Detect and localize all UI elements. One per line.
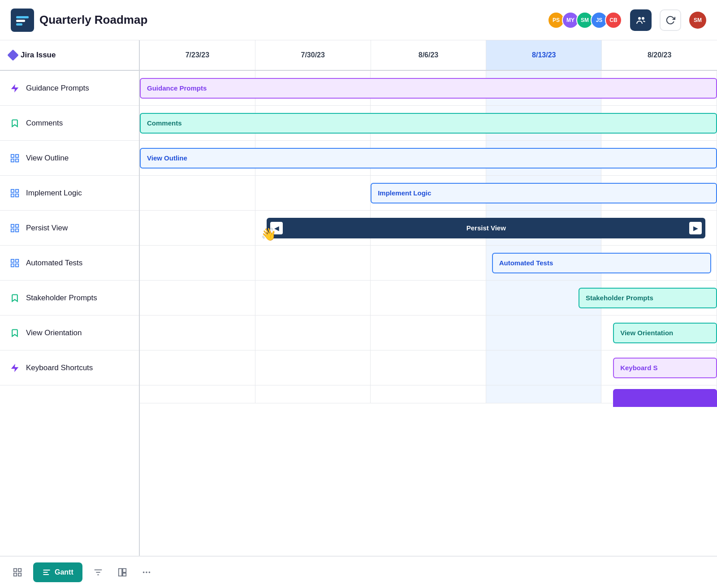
bar-view-orientation[interactable]: View Orientation	[613, 323, 717, 343]
svg-rect-17	[16, 229, 18, 231]
svg-marker-22	[11, 363, 19, 372]
bar-persist-left-arrow[interactable]: ◀	[270, 222, 283, 234]
svg-marker-5	[11, 84, 19, 92]
svg-rect-0	[16, 16, 29, 18]
cell-viewor-1	[140, 316, 255, 350]
bar-keyboard[interactable]: Keyboard S	[613, 358, 717, 378]
week-col-1: 7/23/23	[140, 40, 255, 70]
bar-automated-label: Automated Tests	[499, 259, 553, 267]
sidebar-item-implement[interactable]: Implement Logic	[0, 176, 139, 211]
cell-viewor-3	[371, 316, 486, 350]
svg-rect-34	[123, 569, 126, 572]
team-button[interactable]	[630, 9, 652, 31]
sidebar-label-comments: Comments	[26, 119, 63, 128]
svg-rect-33	[119, 569, 122, 576]
svg-rect-21	[16, 264, 18, 266]
gantt-row-implement: Implement Logic	[140, 176, 717, 211]
svg-rect-7	[16, 154, 18, 157]
svg-rect-9	[16, 159, 18, 161]
gantt-row-comments: Comments	[140, 106, 717, 141]
sidebar-label-stakeholder: Stakeholder Prompts	[26, 294, 97, 303]
gantt-content: 7/23/23 7/30/23 8/6/23 8/13/23 8/20/23 G…	[140, 40, 717, 556]
gantt-row-automated: Automated Tests	[140, 246, 717, 281]
svg-point-3	[638, 17, 641, 20]
cell-stake-2	[255, 281, 371, 315]
svg-rect-16	[11, 229, 14, 231]
week-col-3: 8/6/23	[371, 40, 487, 70]
svg-rect-12	[11, 194, 14, 196]
header-right: PS MY SM JS CB SM	[548, 9, 706, 31]
sidebar-item-automated[interactable]: Automated Tests	[0, 246, 139, 281]
sidebar-item-view-outline[interactable]: View Outline	[0, 141, 139, 176]
sidebar-label-persist: Persist View	[26, 224, 68, 233]
sidebar-header: Jira Issue	[0, 40, 139, 71]
grid-icon-implement	[9, 187, 21, 199]
gantt-rows: Guidance Prompts Comments	[140, 71, 717, 556]
bar-stakeholder-label: Stakeholder Prompts	[586, 294, 653, 302]
grid-icon-persist	[9, 222, 21, 234]
avatar-group: PS MY SM JS CB	[548, 12, 622, 29]
bar-view-outline[interactable]: View Outline	[140, 148, 717, 169]
dots-button[interactable]	[138, 564, 155, 581]
timeline-header: 7/23/23 7/30/23 8/6/23 8/13/23 8/20/23	[140, 40, 717, 71]
sidebar-item-persist[interactable]: Persist View	[0, 211, 139, 246]
grid-view-button[interactable]	[9, 564, 26, 581]
cell-auto-2	[255, 246, 371, 280]
sidebar-item-keyboard[interactable]: Keyboard Shortcuts	[0, 350, 139, 385]
cell-keyboard-4	[486, 350, 602, 385]
svg-rect-11	[16, 189, 18, 192]
bar-stakeholder[interactable]: Stakeholder Prompts	[579, 288, 717, 308]
app-title: Quarterly Roadmap	[39, 13, 147, 27]
jira-diamond-icon	[7, 49, 18, 61]
svg-rect-14	[11, 224, 14, 227]
svg-rect-1	[16, 20, 25, 22]
week-col-4: 8/13/23	[486, 40, 602, 70]
layout-button[interactable]	[114, 564, 131, 581]
bar-implement[interactable]: Implement Logic	[371, 183, 717, 203]
cell-impl-2	[255, 176, 371, 210]
sidebar-item-stakeholder[interactable]: Stakeholder Prompts	[0, 281, 139, 316]
gantt-label: Gantt	[55, 568, 73, 576]
lightning-icon-keyboard	[9, 362, 21, 374]
sidebar-item-guidance[interactable]: Guidance Prompts	[0, 71, 139, 106]
filter-button[interactable]	[90, 564, 107, 581]
bottom-toolbar: Gantt	[0, 556, 717, 588]
svg-rect-23	[14, 569, 17, 571]
svg-rect-35	[123, 573, 126, 576]
bar-persist-right-arrow[interactable]: ▶	[689, 222, 702, 234]
bar-keyboard-label: Keyboard S	[620, 364, 657, 372]
svg-rect-19	[16, 259, 18, 262]
svg-rect-8	[11, 159, 14, 161]
current-user-avatar[interactable]: SM	[689, 12, 706, 29]
avatar-cb: CB	[605, 12, 622, 29]
svg-rect-20	[11, 264, 14, 266]
lightning-icon-guidance	[9, 82, 21, 94]
bar-guidance[interactable]: Guidance Prompts	[140, 78, 717, 99]
sidebar-item-comments[interactable]: Comments	[0, 106, 139, 141]
bar-persist[interactable]: ◀ Persist View ▶	[267, 218, 705, 238]
bookmark-icon-stakeholder	[9, 292, 21, 304]
bar-view-orientation-label: View Orientation	[620, 329, 673, 337]
sidebar-item-view-orientation[interactable]: View Orientation	[0, 316, 139, 350]
svg-point-38	[148, 571, 150, 573]
svg-rect-6	[11, 154, 14, 157]
svg-rect-18	[11, 259, 14, 262]
sidebar-label-guidance: Guidance Prompts	[26, 84, 89, 93]
gantt-tab-button[interactable]: Gantt	[33, 562, 82, 582]
cell-viewor-2	[255, 316, 371, 350]
gantt-row-view-orientation: View Orientation	[140, 316, 717, 350]
svg-rect-13	[16, 194, 18, 196]
bar-more[interactable]	[613, 389, 717, 407]
gantt-row-view-outline: View Outline	[140, 141, 717, 176]
svg-rect-26	[18, 573, 21, 576]
bar-automated[interactable]: Automated Tests	[492, 253, 711, 273]
bar-view-outline-label: View Outline	[147, 154, 187, 162]
cell-extra-4	[486, 385, 602, 403]
bar-comments[interactable]: Comments	[140, 113, 717, 134]
sidebar-label-automated: Automated Tests	[26, 259, 82, 268]
gantt-row-guidance: Guidance Prompts	[140, 71, 717, 106]
cell-extra-3	[371, 385, 486, 403]
sidebar-label-keyboard: Keyboard Shortcuts	[26, 363, 93, 372]
refresh-button[interactable]	[660, 9, 681, 31]
grid-icon-automated	[9, 257, 21, 269]
